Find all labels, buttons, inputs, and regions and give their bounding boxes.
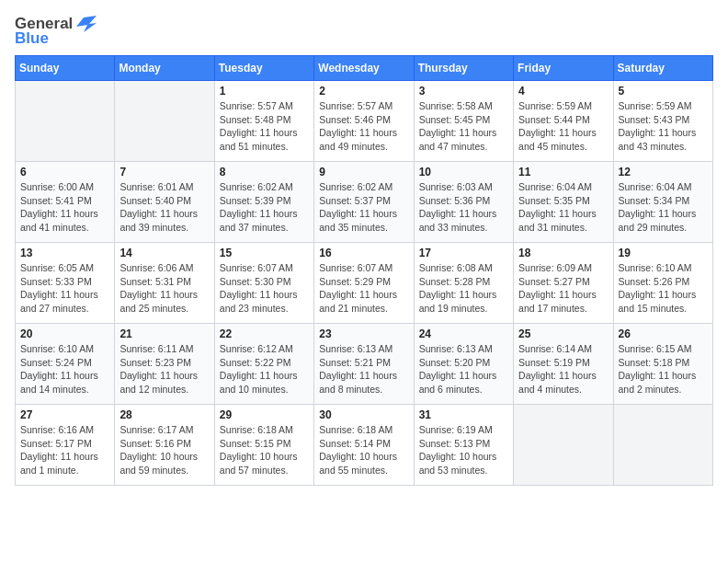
- calendar-cell: 3Sunrise: 5:58 AM Sunset: 5:45 PM Daylig…: [414, 81, 513, 162]
- calendar-cell: 22Sunrise: 6:12 AM Sunset: 5:22 PM Dayli…: [214, 324, 313, 405]
- day-info: Sunrise: 5:59 AM Sunset: 5:44 PM Dayligh…: [518, 99, 608, 154]
- calendar-cell: 5Sunrise: 5:59 AM Sunset: 5:43 PM Daylig…: [613, 81, 712, 162]
- day-number: 28: [119, 408, 209, 421]
- calendar-cell: 4Sunrise: 5:59 AM Sunset: 5:44 PM Daylig…: [514, 81, 613, 162]
- calendar-cell: 17Sunrise: 6:08 AM Sunset: 5:28 PM Dayli…: [414, 243, 513, 324]
- calendar-cell: 31Sunrise: 6:19 AM Sunset: 5:13 PM Dayli…: [414, 405, 513, 486]
- logo-blue-text: Blue: [15, 29, 49, 48]
- weekday-header-wednesday: Wednesday: [314, 56, 414, 81]
- day-info: Sunrise: 5:58 AM Sunset: 5:45 PM Dayligh…: [419, 99, 508, 154]
- day-info: Sunrise: 6:10 AM Sunset: 5:26 PM Dayligh…: [619, 261, 708, 316]
- day-number: 31: [419, 408, 508, 421]
- day-number: 1: [220, 85, 309, 98]
- calendar-cell: 14Sunrise: 6:06 AM Sunset: 5:31 PM Dayli…: [115, 243, 214, 324]
- day-info: Sunrise: 5:57 AM Sunset: 5:46 PM Dayligh…: [319, 99, 408, 154]
- weekday-header-tuesday: Tuesday: [214, 56, 313, 81]
- calendar-cell: [514, 405, 613, 486]
- day-number: 2: [319, 85, 408, 98]
- day-info: Sunrise: 6:01 AM Sunset: 5:40 PM Dayligh…: [119, 180, 209, 235]
- day-number: 15: [220, 247, 309, 259]
- day-info: Sunrise: 6:13 AM Sunset: 5:20 PM Dayligh…: [419, 342, 508, 396]
- calendar-cell: 6Sunrise: 6:00 AM Sunset: 5:41 PM Daylig…: [16, 162, 115, 243]
- day-number: 16: [319, 247, 408, 259]
- calendar-cell: 12Sunrise: 6:04 AM Sunset: 5:34 PM Dayli…: [613, 162, 712, 243]
- weekday-header-friday: Friday: [514, 56, 613, 81]
- day-info: Sunrise: 6:12 AM Sunset: 5:22 PM Dayligh…: [220, 342, 309, 396]
- day-number: 8: [220, 166, 309, 178]
- day-number: 4: [518, 85, 608, 98]
- calendar-cell: 26Sunrise: 6:15 AM Sunset: 5:18 PM Dayli…: [613, 324, 712, 405]
- day-number: 30: [319, 408, 408, 421]
- calendar-cell: [115, 81, 214, 162]
- calendar-cell: 13Sunrise: 6:05 AM Sunset: 5:33 PM Dayli…: [16, 243, 115, 324]
- day-number: 9: [319, 166, 408, 178]
- day-info: Sunrise: 6:02 AM Sunset: 5:37 PM Dayligh…: [319, 180, 408, 235]
- day-info: Sunrise: 6:17 AM Sunset: 5:16 PM Dayligh…: [119, 423, 209, 477]
- day-info: Sunrise: 6:13 AM Sunset: 5:21 PM Dayligh…: [319, 342, 408, 396]
- day-info: Sunrise: 6:04 AM Sunset: 5:34 PM Dayligh…: [619, 180, 708, 235]
- day-number: 20: [20, 327, 109, 340]
- logo: General Blue: [15, 15, 97, 48]
- calendar-cell: 9Sunrise: 6:02 AM Sunset: 5:37 PM Daylig…: [314, 162, 414, 243]
- day-info: Sunrise: 6:00 AM Sunset: 5:41 PM Dayligh…: [20, 180, 109, 235]
- day-number: 3: [419, 85, 508, 98]
- day-info: Sunrise: 6:09 AM Sunset: 5:27 PM Dayligh…: [518, 261, 608, 316]
- day-info: Sunrise: 6:07 AM Sunset: 5:29 PM Dayligh…: [319, 261, 408, 316]
- day-info: Sunrise: 6:19 AM Sunset: 5:13 PM Dayligh…: [419, 423, 508, 477]
- calendar-cell: 1Sunrise: 5:57 AM Sunset: 5:48 PM Daylig…: [214, 81, 313, 162]
- day-info: Sunrise: 6:04 AM Sunset: 5:35 PM Dayligh…: [518, 180, 608, 235]
- day-number: 17: [419, 247, 508, 259]
- day-info: Sunrise: 6:11 AM Sunset: 5:23 PM Dayligh…: [119, 342, 209, 396]
- calendar-cell: 7Sunrise: 6:01 AM Sunset: 5:40 PM Daylig…: [115, 162, 214, 243]
- day-number: 24: [419, 327, 508, 340]
- weekday-header-thursday: Thursday: [414, 56, 513, 81]
- day-number: 6: [20, 166, 109, 178]
- calendar-cell: 20Sunrise: 6:10 AM Sunset: 5:24 PM Dayli…: [16, 324, 115, 405]
- day-number: 19: [619, 247, 708, 259]
- day-number: 5: [619, 85, 708, 98]
- day-number: 11: [518, 166, 608, 178]
- day-number: 10: [419, 166, 508, 178]
- day-info: Sunrise: 6:18 AM Sunset: 5:14 PM Dayligh…: [319, 423, 408, 477]
- weekday-header-sunday: Sunday: [16, 56, 115, 81]
- weekday-header-monday: Monday: [115, 56, 214, 81]
- day-number: 18: [518, 247, 608, 259]
- day-info: Sunrise: 6:02 AM Sunset: 5:39 PM Dayligh…: [220, 180, 309, 235]
- day-info: Sunrise: 6:18 AM Sunset: 5:15 PM Dayligh…: [220, 423, 309, 477]
- calendar-cell: 10Sunrise: 6:03 AM Sunset: 5:36 PM Dayli…: [414, 162, 513, 243]
- calendar-cell: 21Sunrise: 6:11 AM Sunset: 5:23 PM Dayli…: [115, 324, 214, 405]
- day-info: Sunrise: 5:57 AM Sunset: 5:48 PM Dayligh…: [220, 99, 309, 154]
- day-info: Sunrise: 6:15 AM Sunset: 5:18 PM Dayligh…: [619, 342, 708, 396]
- day-info: Sunrise: 6:06 AM Sunset: 5:31 PM Dayligh…: [119, 261, 209, 316]
- calendar-cell: 16Sunrise: 6:07 AM Sunset: 5:29 PM Dayli…: [314, 243, 414, 324]
- logo-bird-icon: [76, 16, 97, 32]
- day-info: Sunrise: 6:14 AM Sunset: 5:19 PM Dayligh…: [518, 342, 608, 396]
- day-number: 13: [20, 247, 109, 259]
- day-number: 22: [220, 327, 309, 340]
- calendar-cell: 11Sunrise: 6:04 AM Sunset: 5:35 PM Dayli…: [514, 162, 613, 243]
- calendar-cell: 24Sunrise: 6:13 AM Sunset: 5:20 PM Dayli…: [414, 324, 513, 405]
- calendar-cell: [613, 405, 712, 486]
- day-info: Sunrise: 6:07 AM Sunset: 5:30 PM Dayligh…: [220, 261, 309, 316]
- calendar-table: SundayMondayTuesdayWednesdayThursdayFrid…: [15, 55, 713, 486]
- day-info: Sunrise: 6:03 AM Sunset: 5:36 PM Dayligh…: [419, 180, 508, 235]
- day-number: 23: [319, 327, 408, 340]
- calendar-cell: 19Sunrise: 6:10 AM Sunset: 5:26 PM Dayli…: [613, 243, 712, 324]
- day-info: Sunrise: 6:08 AM Sunset: 5:28 PM Dayligh…: [419, 261, 508, 316]
- day-info: Sunrise: 6:10 AM Sunset: 5:24 PM Dayligh…: [20, 342, 109, 396]
- weekday-header-saturday: Saturday: [613, 56, 712, 81]
- calendar-cell: 28Sunrise: 6:17 AM Sunset: 5:16 PM Dayli…: [115, 405, 214, 486]
- day-info: Sunrise: 6:05 AM Sunset: 5:33 PM Dayligh…: [20, 261, 109, 316]
- day-number: 21: [119, 327, 209, 340]
- calendar-cell: 30Sunrise: 6:18 AM Sunset: 5:14 PM Dayli…: [314, 405, 414, 486]
- day-info: Sunrise: 5:59 AM Sunset: 5:43 PM Dayligh…: [619, 99, 708, 154]
- day-number: 27: [20, 408, 109, 421]
- calendar-cell: 8Sunrise: 6:02 AM Sunset: 5:39 PM Daylig…: [214, 162, 313, 243]
- day-number: 25: [518, 327, 608, 340]
- svg-marker-0: [76, 16, 97, 32]
- calendar-cell: 29Sunrise: 6:18 AM Sunset: 5:15 PM Dayli…: [214, 405, 313, 486]
- day-info: Sunrise: 6:16 AM Sunset: 5:17 PM Dayligh…: [20, 423, 109, 477]
- calendar-cell: 27Sunrise: 6:16 AM Sunset: 5:17 PM Dayli…: [16, 405, 115, 486]
- day-number: 14: [119, 247, 209, 259]
- calendar-cell: 23Sunrise: 6:13 AM Sunset: 5:21 PM Dayli…: [314, 324, 414, 405]
